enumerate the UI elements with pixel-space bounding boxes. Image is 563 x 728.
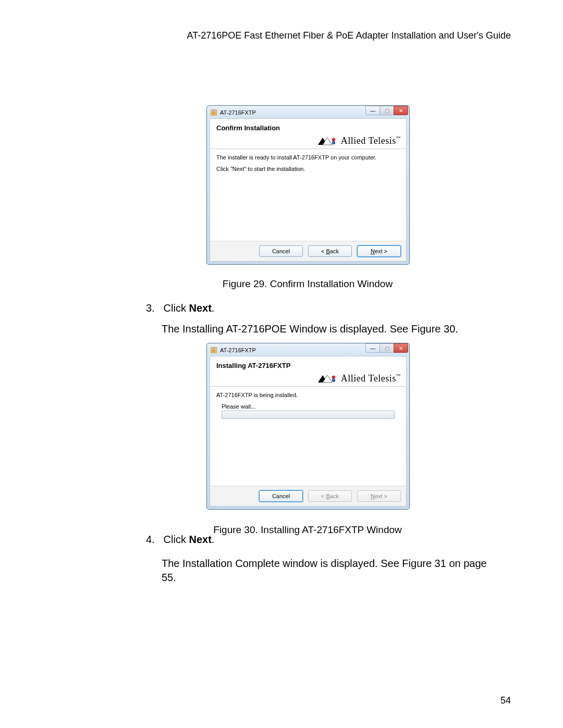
window-title: AT-2716FXTP <box>220 347 256 353</box>
window-title: AT-2716FXTP <box>220 109 256 116</box>
step-3-number: 3. <box>146 302 161 314</box>
step-4-result: The Installation Complete window is disp… <box>162 557 495 585</box>
step-4: 4. Click Next. <box>146 534 214 546</box>
content-line-1: The installer is ready to install AT-271… <box>216 154 400 161</box>
step-3-text: Click Next. <box>164 302 215 314</box>
installer-icon <box>210 109 217 116</box>
header-band: Installing AT-2716FXTP Allied Telesis™ <box>210 356 406 387</box>
brand-logo: Allied Telesis™ <box>318 135 401 146</box>
close-button[interactable]: ✕ <box>394 106 408 115</box>
svg-point-6 <box>332 141 335 144</box>
page: AT-2716POE Fast Ethernet Fiber & PoE Ada… <box>0 0 563 728</box>
titlebar: AT-2716FXTP — ▢ ✕ <box>207 106 409 118</box>
progress-label: Please wait... <box>222 403 400 410</box>
allied-telesis-mark-icon <box>318 375 338 383</box>
minimize-button[interactable]: — <box>365 343 380 353</box>
back-button: < Back <box>308 490 352 502</box>
close-button[interactable]: ✕ <box>394 343 408 353</box>
installing-window: AT-2716FXTP — ▢ ✕ Installing AT-2716FXTP… <box>206 343 410 510</box>
maximize-button[interactable]: ▢ <box>380 343 394 353</box>
header-band: Confirm Installation Allied Telesis™ <box>210 119 406 149</box>
svg-point-12 <box>332 375 335 378</box>
dialog-content: The installer is ready to install AT-271… <box>210 149 406 241</box>
dialog-heading: Installing AT-2716FXTP <box>216 362 400 369</box>
window-controls: — ▢ ✕ <box>366 343 408 353</box>
titlebar: AT-2716FXTP — ▢ ✕ <box>207 343 409 356</box>
window-body: Confirm Installation Allied Telesis™ The… <box>210 118 407 262</box>
svg-rect-9 <box>213 348 215 350</box>
svg-point-5 <box>332 138 335 141</box>
next-button[interactable]: Next > <box>357 245 401 257</box>
button-row: Cancel < Back Next > <box>210 486 406 506</box>
page-number: 54 <box>500 695 511 706</box>
step-3: 3. Click Next. <box>146 302 214 314</box>
cancel-button[interactable]: Cancel <box>259 245 303 257</box>
content-line-2: Click "Next" to start the installation. <box>216 166 400 172</box>
window-body: Installing AT-2716FXTP Allied Telesis™ A… <box>210 356 407 507</box>
next-button: Next > <box>357 490 401 502</box>
confirm-installation-window: AT-2716FXTP — ▢ ✕ Confirm Installation A… <box>206 105 410 265</box>
cancel-button[interactable]: Cancel <box>259 490 303 502</box>
figure-30-caption: Figure 30. Installing AT-2716FXTP Window <box>206 524 409 536</box>
brand-text: Allied Telesis™ <box>341 373 401 384</box>
brand-text: Allied Telesis™ <box>341 135 401 146</box>
allied-telesis-mark-icon <box>318 137 338 145</box>
svg-rect-8 <box>212 350 216 352</box>
minimize-button[interactable]: — <box>365 106 380 115</box>
svg-point-13 <box>332 378 335 381</box>
step-3-result: The Installing AT-2716POE Window is disp… <box>162 323 495 335</box>
svg-rect-1 <box>212 112 216 114</box>
window-controls: — ▢ ✕ <box>366 106 408 115</box>
figure-29-caption: Figure 29. Confirm Installation Window <box>206 278 409 290</box>
brand-logo: Allied Telesis™ <box>318 373 401 384</box>
button-row: Cancel < Back Next > <box>210 241 406 261</box>
maximize-button[interactable]: ▢ <box>380 106 394 115</box>
dialog-content: AT-2716FXTP is being installed. Please w… <box>210 387 406 486</box>
svg-rect-2 <box>213 110 215 113</box>
content-line-1: AT-2716FXTP is being installed. <box>216 392 400 398</box>
back-button[interactable]: < Back <box>308 245 352 257</box>
progress-bar <box>222 411 395 419</box>
installer-icon <box>210 347 217 354</box>
document-header: AT-2716POE Fast Ethernet Fiber & PoE Ada… <box>187 30 511 41</box>
step-4-number: 4. <box>146 534 161 546</box>
step-4-text: Click Next. <box>164 534 215 545</box>
dialog-heading: Confirm Installation <box>216 124 400 132</box>
